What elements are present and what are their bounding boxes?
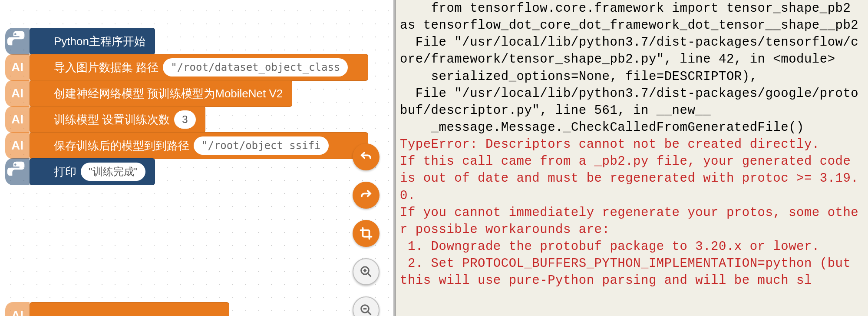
console-output[interactable]: from tensorflow.core.framework import te…	[395, 0, 868, 316]
block-create-model[interactable]: 创建神经网络模型 预训练模型为MobileNet V2	[30, 80, 292, 107]
ai-icon: AI	[5, 106, 30, 133]
block-partial-bottom[interactable]	[30, 302, 229, 316]
zoom-in-button[interactable]	[353, 258, 380, 285]
block-train-model[interactable]: 训练模型 设置训练次数 3	[30, 106, 205, 133]
block-label: 保存训练后的模型到到路径	[54, 138, 189, 153]
block-stack-main: Python主程序开始 AI 导入图片数据集 路径 "/root/dataset…	[30, 28, 368, 184]
canvas-toolbar	[353, 143, 380, 316]
console-error: TypeError: Descriptors cannot not be cre…	[400, 137, 858, 288]
block-import-dataset[interactable]: 导入图片数据集 路径 "/root/dataset_object_class	[30, 54, 368, 81]
block-save-model[interactable]: 保存训练后的模型到到路径 "/root/object ssifi	[30, 132, 368, 159]
zoom-out-button[interactable]	[353, 296, 380, 316]
ai-icon: AI	[5, 132, 30, 159]
ai-icon: AI	[5, 302, 30, 316]
console-stdout: from tensorflow.core.framework import te…	[400, 1, 858, 135]
train-count-input[interactable]: 3	[174, 110, 195, 129]
block-editor-canvas[interactable]: Python主程序开始 AI 导入图片数据集 路径 "/root/dataset…	[0, 0, 395, 316]
ai-icon: AI	[5, 54, 30, 81]
python-icon	[5, 28, 30, 55]
block-label: Python主程序开始	[54, 34, 145, 49]
svg-line-1	[368, 273, 371, 277]
block-label: 创建神经网络模型 预训练模型为MobileNet V2	[54, 86, 283, 101]
block-label: 打印	[54, 164, 76, 180]
print-value-input[interactable]: "训练完成"	[81, 163, 145, 181]
ai-icon: AI	[5, 80, 30, 107]
block-program-start[interactable]: Python主程序开始	[30, 28, 155, 55]
undo-button[interactable]	[353, 143, 380, 170]
save-path-input[interactable]: "/root/object ssifi	[194, 136, 329, 155]
crop-button[interactable]	[353, 220, 380, 247]
svg-line-5	[368, 312, 371, 315]
block-label: 导入图片数据集 路径	[54, 60, 158, 75]
block-print[interactable]: 打印 "训练完成"	[30, 158, 155, 185]
dataset-path-input[interactable]: "/root/dataset_object_class	[163, 58, 348, 77]
python-icon	[5, 158, 30, 185]
redo-button[interactable]	[353, 182, 380, 209]
block-label: 训练模型 设置训练次数	[54, 112, 170, 127]
